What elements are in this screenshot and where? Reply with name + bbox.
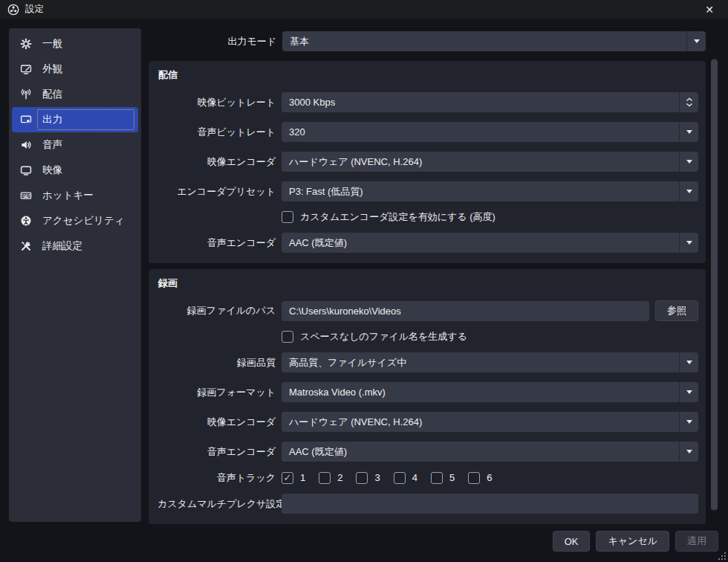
audio-track-1-checkbox[interactable] — [282, 472, 293, 484]
rec-audio-encoder-select[interactable]: AAC (既定値) — [282, 442, 698, 462]
sidebar-item-audio[interactable]: 音声 — [12, 132, 138, 158]
sidebar-item-hotkeys[interactable]: ホットキー — [12, 183, 138, 208]
custom-muxer-row: カスタムマルチプレクサ設定 — [157, 494, 698, 514]
audio-tracks: 1 2 3 4 5 6 — [282, 472, 492, 484]
custom-encoder-checkbox[interactable] — [282, 211, 293, 223]
streaming-group-title: 配信 — [158, 68, 698, 82]
video-icon — [19, 164, 32, 177]
audio-track-2-label: 2 — [337, 472, 342, 483]
ok-button[interactable]: OK — [553, 531, 591, 552]
custom-encoder-row: カスタムエンコーダ設定を有効にする (高度) — [157, 211, 698, 223]
recording-quality-select[interactable]: 高品質、ファイルサイズ中 — [282, 352, 698, 372]
recording-group: 録画 録画ファイルのパス 参照 スペースなしのファイル名を生成する 録画品質 高… — [149, 269, 706, 524]
resize-grip[interactable] — [717, 551, 726, 560]
chevron-down-icon — [679, 352, 698, 372]
audio-track-2-checkbox[interactable] — [319, 472, 331, 484]
chevron-down-icon — [679, 412, 698, 432]
scrollbar-thumb[interactable] — [711, 59, 718, 510]
stream-audio-encoder-select[interactable]: AAC (既定値) — [282, 233, 698, 253]
audio-track-3-label: 3 — [374, 472, 380, 483]
chevron-down-icon — [679, 442, 698, 462]
output-icon — [19, 114, 32, 126]
audio-track-1-label: 1 — [300, 472, 305, 483]
cancel-button[interactable]: キャンセル — [596, 531, 669, 552]
encoder-preset-select[interactable]: P3: Fast (低品質) — [282, 181, 698, 201]
no-space-filename-checkbox[interactable] — [282, 331, 293, 343]
custom-muxer-input[interactable] — [282, 494, 698, 514]
close-icon[interactable]: ✕ — [698, 0, 721, 19]
rec-video-encoder-value: ハードウェア (NVENC, H.264) — [289, 416, 422, 429]
hotkeys-icon — [19, 190, 32, 202]
sidebar-item-label: 映像 — [37, 160, 134, 181]
rec-video-encoder-label: 映像エンコーダ — [157, 416, 282, 429]
apply-button[interactable]: 適用 — [675, 531, 718, 552]
vertical-scrollbar[interactable] — [711, 58, 718, 511]
sidebar-item-label: 一般 — [37, 33, 134, 54]
sidebar-item-appearance[interactable]: 外観 — [12, 56, 138, 82]
no-space-filename-checkbox-label: スペースなしのファイル名を生成する — [300, 330, 467, 343]
video-bitrate-row: 映像ビットレート 3000 Kbps — [157, 92, 698, 112]
audio-bitrate-select[interactable]: 320 — [282, 122, 698, 142]
encoder-preset-row: エンコーダプリセット P3: Fast (低品質) — [157, 181, 698, 201]
audio-track-6-checkbox[interactable] — [468, 472, 480, 484]
window-title: 設定 — [25, 3, 44, 16]
stream-video-encoder-select[interactable]: ハードウェア (NVENC, H.264) — [282, 152, 698, 172]
encoder-preset-label: エンコーダプリセット — [157, 185, 282, 198]
chevron-down-icon — [686, 31, 706, 51]
audio-tracks-label: 音声トラック — [157, 471, 282, 485]
audio-track-3-checkbox[interactable] — [356, 472, 368, 484]
recording-path-input[interactable] — [282, 301, 649, 321]
recording-quality-value: 高品質、ファイルサイズ中 — [289, 356, 406, 369]
video-bitrate-spinner[interactable]: 3000 Kbps — [282, 92, 698, 112]
output-mode-select[interactable]: 基本 — [282, 31, 706, 51]
spinner-arrows-icon[interactable] — [679, 92, 698, 112]
chevron-down-icon — [679, 181, 698, 201]
stream-video-encoder-label: 映像エンコーダ — [157, 155, 282, 169]
audio-icon — [19, 139, 32, 152]
streaming-group: 配信 映像ビットレート 3000 Kbps 音声ビットレート 320 映像エンコ… — [149, 61, 706, 263]
stream-video-encoder-row: 映像エンコーダ ハードウェア (NVENC, H.264) — [157, 152, 698, 172]
sidebar-item-label: 外観 — [37, 59, 134, 80]
stream-audio-encoder-label: 音声エンコーダ — [157, 236, 282, 250]
appearance-icon — [19, 63, 32, 76]
recording-format-select[interactable]: Matroska Video (.mkv) — [282, 382, 698, 402]
audio-track-5-label: 5 — [449, 472, 455, 483]
chevron-down-icon — [679, 382, 698, 402]
sidebar-item-general[interactable]: 一般 — [12, 31, 138, 56]
rec-audio-encoder-row: 音声エンコーダ AAC (既定値) — [157, 442, 698, 462]
chevron-down-icon — [679, 122, 698, 142]
recording-format-row: 録画フォーマット Matroska Video (.mkv) — [157, 382, 698, 402]
custom-muxer-label: カスタムマルチプレクサ設定 — [157, 497, 282, 511]
browse-button[interactable]: 参照 — [655, 300, 698, 321]
gear-icon — [19, 38, 32, 51]
sidebar-item-accessibility[interactable]: アクセシビリティ — [12, 208, 138, 233]
audio-bitrate-value: 320 — [289, 126, 305, 138]
stream-audio-encoder-row: 音声エンコーダ AAC (既定値) — [157, 233, 698, 253]
recording-format-label: 録画フォーマット — [157, 386, 282, 399]
stream-icon — [19, 88, 32, 101]
recording-quality-row: 録画品質 高品質、ファイルサイズ中 — [157, 352, 698, 372]
video-bitrate-value: 3000 Kbps — [289, 97, 335, 108]
recording-group-title: 録画 — [158, 277, 698, 290]
output-mode-row: 出力モード 基本 — [149, 31, 706, 51]
output-settings-page: 出力モード 基本 配信 映像ビットレート 3000 Kbps 音声ビットレート … — [149, 31, 706, 524]
audio-track-5-checkbox[interactable] — [431, 472, 443, 484]
sidebar-item-label: ホットキー — [37, 185, 134, 206]
stream-audio-encoder-value: AAC (既定値) — [289, 236, 347, 250]
stream-video-encoder-value: ハードウェア (NVENC, H.264) — [289, 155, 422, 169]
audio-bitrate-label: 音声ビットレート — [157, 126, 282, 139]
sidebar-item-advanced[interactable]: 詳細設定 — [12, 233, 138, 259]
rec-video-encoder-select[interactable]: ハードウェア (NVENC, H.264) — [282, 412, 698, 432]
audio-track-4-label: 4 — [412, 472, 417, 483]
sidebar-item-stream[interactable]: 配信 — [12, 82, 138, 107]
audio-bitrate-row: 音声ビットレート 320 — [157, 122, 698, 142]
recording-path-label: 録画ファイルのパス — [157, 304, 282, 317]
sidebar-item-label: 音声 — [37, 135, 134, 155]
sidebar-item-label: アクセシビリティ — [37, 210, 134, 231]
sidebar-item-label: 出力 — [37, 109, 134, 130]
audio-track-4-checkbox[interactable] — [394, 472, 406, 484]
settings-sidebar: 一般 外観 配信 — [9, 28, 141, 522]
sidebar-item-video[interactable]: 映像 — [12, 158, 138, 183]
video-bitrate-label: 映像ビットレート — [157, 96, 282, 109]
sidebar-item-output[interactable]: 出力 — [12, 107, 138, 132]
